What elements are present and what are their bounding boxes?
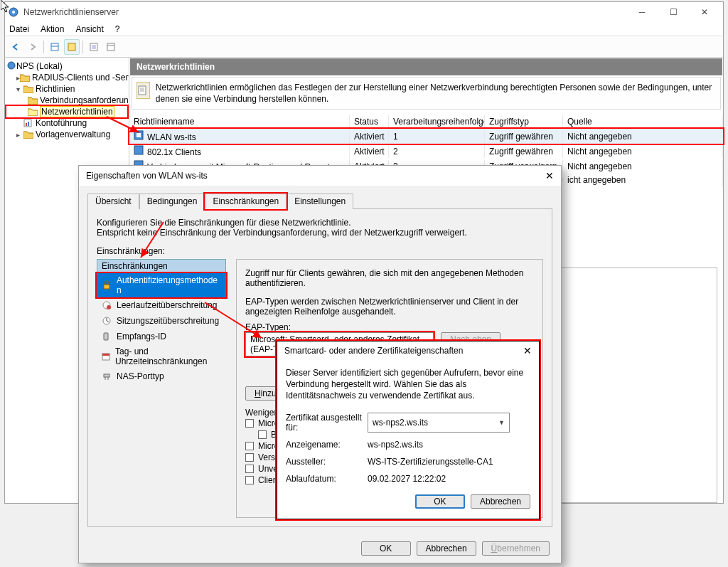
svg-rect-13 [139, 86, 146, 95]
col-source[interactable]: Quelle [563, 115, 723, 128]
collapse-icon[interactable]: ▾ [16, 85, 23, 93]
port-icon [101, 371, 112, 382]
folder-icon [23, 130, 33, 139]
friendly-name-label: Anzeigename: [286, 440, 368, 450]
constraints-group-header: Einschränkungen [97, 259, 226, 273]
policy-icon [134, 145, 145, 155]
tree-templates[interactable]: ▸Vorlagenverwaltung [6, 129, 127, 140]
menubar: Datei Aktion Ansicht ? [5, 22, 723, 36]
tab-constraints[interactable]: Einschränkungen [205, 194, 287, 209]
ok-button[interactable]: OK [361, 541, 411, 556]
tabstrip: Übersicht Bedingungen Einschränkungen Ei… [79, 186, 561, 208]
expiry-value: 09.02.2027 12:22:02 [368, 474, 446, 484]
menu-view[interactable]: Ansicht [74, 24, 105, 34]
svg-rect-25 [104, 333, 108, 340]
menu-help[interactable]: ? [114, 24, 122, 34]
table-row[interactable]: 802.1x Clients Aktiviert 2 Zugriff gewäh… [129, 144, 723, 159]
col-status[interactable]: Status [350, 115, 389, 128]
show-hide-tree-button[interactable] [47, 39, 63, 55]
cert-ok-button[interactable]: OK [415, 494, 465, 509]
policy-icon [134, 130, 145, 140]
apply-button[interactable]: Übernehmen [482, 541, 550, 556]
svg-rect-7 [107, 43, 114, 51]
svg-point-23 [107, 305, 111, 309]
svg-rect-6 [92, 45, 96, 49]
export-button[interactable] [103, 39, 119, 55]
expiry-label: Ablaufdatum: [286, 474, 368, 484]
checkbox-icon [245, 442, 254, 450]
svg-rect-11 [26, 123, 27, 126]
table-row[interactable]: WLAN ws-its Aktiviert 1 Zugriff gewähren… [129, 129, 723, 144]
config-text-1: Konfigurieren Sie die Einschränkungen fü… [97, 218, 543, 228]
tree-radius[interactable]: ▸RADIUS-Clients und -Serve [6, 72, 127, 83]
cert-description: Dieser Server identifiziert sich gegenüb… [286, 367, 530, 402]
tab-overview[interactable]: Übersicht [87, 194, 139, 209]
col-order[interactable]: Verarbeitungsreihenfolge [389, 115, 485, 128]
constraint-day-time[interactable]: Tag- und Uhrzeiteinschränkungen [97, 344, 226, 369]
col-name[interactable]: Richtlinienname [129, 115, 350, 128]
nps-icon [6, 60, 16, 73]
titlebar: Netzwerkrichtlinienserver ─ ☐ ✕ [5, 2, 723, 22]
forward-button[interactable] [25, 39, 41, 55]
constraint-session-timeout[interactable]: Sitzungszeitüberschreitung [97, 313, 226, 329]
table-header: Richtlinienname Status Verarbeitungsreih… [129, 115, 723, 129]
constraint-idle-timeout[interactable]: Leerlaufzeitüberschreitung [97, 297, 226, 313]
cert-dialog-titlebar: Smartcard- oder andere Zertifikateigensc… [277, 341, 539, 360]
checkbox-icon [245, 476, 254, 484]
checkbox-icon [245, 453, 254, 462]
menu-action[interactable]: Aktion [39, 24, 65, 34]
back-button[interactable] [8, 39, 23, 55]
close-icon[interactable]: ✕ [545, 170, 554, 181]
refresh-button[interactable] [86, 39, 102, 55]
detail-description: Netzwerkrichtlinien ermöglichen das Fest… [156, 82, 716, 105]
eap-desc: EAP-Typen werden zwischen Netzwerkrichtl… [245, 297, 534, 317]
detail-description-panel: Netzwerkrichtlinien ermöglichen das Fest… [132, 77, 721, 110]
checkbox-icon [245, 419, 254, 428]
clock-icon [101, 300, 112, 311]
chevron-down-icon: ▼ [498, 419, 505, 426]
dialog-footer: OK Abbrechen Übernehmen [79, 534, 561, 563]
svg-rect-4 [68, 43, 75, 51]
close-button[interactable]: ✕ [689, 2, 720, 22]
issued-to-label: Zertifikat ausgestellt für: [286, 413, 368, 433]
constraints-label: Einschränkungen: [97, 246, 543, 256]
maximize-button[interactable]: ☐ [658, 2, 689, 22]
tab-settings[interactable]: Einstellungen [287, 194, 353, 209]
folder-icon [23, 85, 33, 93]
svg-rect-2 [51, 43, 58, 51]
tab-conditions[interactable]: Bedingungen [139, 194, 205, 209]
eap-types-label: EAP-Typen: [245, 322, 534, 332]
constraint-auth-methods[interactable]: Authentifizierungsmethoden [97, 273, 226, 297]
cert-cancel-button[interactable]: Abbrechen [471, 494, 530, 509]
expand-icon[interactable]: ▸ [16, 131, 23, 139]
svg-rect-12 [28, 122, 29, 126]
folder-open-icon [28, 107, 38, 116]
col-access[interactable]: Zugriffstyp [485, 115, 563, 128]
constraint-nas-port[interactable]: NAS-Porttyp [97, 369, 226, 384]
minimize-button[interactable]: ─ [626, 2, 658, 22]
tree-connection-request[interactable]: Verbindungsanforderun [6, 95, 127, 106]
close-icon[interactable]: ✕ [523, 345, 532, 356]
checkbox-icon [258, 430, 267, 439]
calendar-icon [101, 351, 111, 362]
checkbox-icon [245, 465, 254, 473]
phone-icon [101, 331, 112, 342]
constraint-called-station[interactable]: Empfangs-ID [97, 329, 226, 344]
svg-point-1 [12, 11, 15, 14]
cancel-button[interactable]: Abbrechen [417, 541, 476, 556]
config-text-2: Entspricht keine Einschränkung der Verbi… [97, 228, 543, 238]
properties-button[interactable] [64, 39, 80, 55]
tree-network-policies[interactable]: Netzwerkrichtlinien [6, 106, 127, 117]
svg-rect-28 [104, 374, 109, 377]
auth-desc: Zugriff nur für Clients gewähren, die si… [245, 268, 534, 288]
menu-file[interactable]: Datei [8, 24, 31, 34]
detail-heading: Netzwerkrichtlinien [130, 58, 722, 75]
certificate-select[interactable]: ws-nps2.ws.its ▼ [368, 413, 510, 433]
mouse-cursor-icon [1, 0, 12, 14]
dialog-title: Eigenschaften von WLAN ws-its [86, 171, 545, 181]
tree-root[interactable]: NPS (Lokal) [6, 60, 127, 72]
friendly-name-value: ws-nps2.ws.its [368, 440, 423, 450]
svg-rect-27 [102, 354, 109, 356]
tree-policies[interactable]: ▾Richtlinien [6, 83, 127, 95]
tree-accounting[interactable]: Kontoführung [6, 117, 127, 129]
